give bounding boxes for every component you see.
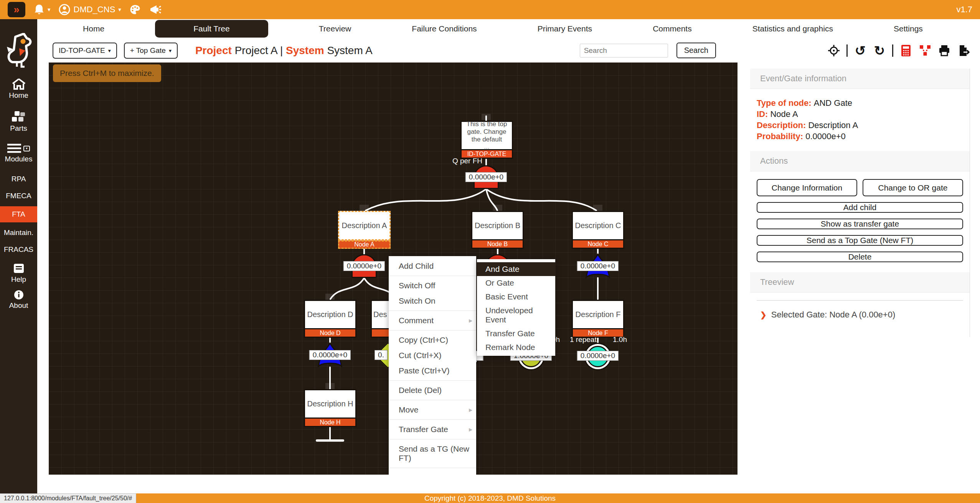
home-icon — [12, 78, 26, 90]
sidebar-item-rpa[interactable]: RPA — [0, 173, 37, 186]
undo-button[interactable]: ↺ — [854, 44, 867, 57]
node-f[interactable]: Description F Node F — [572, 300, 624, 338]
drag-handle[interactable] — [493, 205, 502, 211]
menu-item-delete[interactable]: Delete (Del) — [389, 383, 476, 398]
info-icon — [14, 290, 24, 300]
gate-select-label: ID-TOP-GATE — [59, 46, 105, 55]
tab-primary-events[interactable]: Primary Events — [528, 20, 602, 37]
tab-home[interactable]: Home — [73, 20, 114, 37]
notifications-button[interactable]: ▾ — [33, 3, 51, 16]
user-menu[interactable]: DMD_CNS ▾ — [58, 3, 121, 16]
treeview-divider — [757, 300, 963, 301]
show-as-transfer-gate-button[interactable]: Show as transfer gate — [757, 219, 963, 229]
change-information-button[interactable]: Change Information — [757, 179, 857, 196]
search-button[interactable]: Search — [676, 43, 716, 58]
tab-fault-tree[interactable]: Fault Tree — [155, 20, 268, 38]
user-name: DMD_CNS — [74, 5, 115, 15]
menu-item-cut[interactable]: Cut (Ctrl+X) — [389, 348, 476, 363]
sidebar-item-fta[interactable]: FTA — [0, 206, 37, 222]
menu-item-label: Copy (Ctrl+C) — [399, 335, 448, 345]
modules-caret-icon: ▾ — [23, 146, 30, 151]
sidebar-item-about[interactable]: About — [0, 290, 37, 310]
menu-item-send-as-tg[interactable]: Send as a TG (New FT) — [389, 441, 476, 466]
actions-block: Change Information Change to OR gate Add… — [750, 171, 970, 272]
menu-separator — [389, 380, 476, 381]
sidebar-item-label: About — [9, 301, 28, 310]
change-to-or-gate-button[interactable]: Change to OR gate — [863, 179, 963, 196]
fault-tree-canvas[interactable]: Press Ctrl+M to maximize. This is the to… — [49, 62, 737, 475]
node-id-bar: Node C — [572, 240, 624, 249]
info-panel: Event/Gate information Type of nodeAND G… — [750, 69, 970, 337]
calculate-button[interactable] — [899, 44, 912, 57]
info-field-value: AND Gate — [814, 98, 852, 108]
menu-item-label: Switch Off — [399, 281, 435, 290]
node-b[interactable]: Description B Node B — [471, 211, 524, 249]
menu-item-copy[interactable]: Copy (Ctrl+C) — [389, 332, 476, 348]
submenu-item-and-gate[interactable]: And Gate — [477, 262, 555, 276]
announcements-button[interactable] — [149, 3, 162, 16]
delete-button[interactable]: Delete — [757, 252, 963, 262]
submenu-item-or-gate[interactable]: Or Gate — [477, 276, 555, 290]
drag-handle[interactable] — [482, 114, 491, 120]
drag-handle[interactable] — [593, 205, 602, 211]
info-field-label: Probability — [757, 132, 805, 141]
export-button[interactable] — [957, 44, 970, 57]
node-c[interactable]: Description C Node C — [572, 211, 624, 249]
submenu-item-undeveloped-event[interactable]: Undeveloped Event — [477, 304, 555, 327]
menu-item-see-related-parents[interactable]: See related parents — [389, 470, 476, 475]
drag-handle[interactable] — [325, 294, 335, 300]
menu-item-label: See related parents — [399, 473, 469, 475]
menu-item-switch-off[interactable]: Switch Off — [389, 278, 476, 293]
theme-button[interactable] — [129, 3, 141, 16]
actions-header: Actions — [750, 151, 970, 171]
menu-separator — [389, 276, 476, 276]
probability-chip: 0.0000e+0 — [343, 261, 385, 271]
menu-item-transfer-gate[interactable]: Transfer Gate▸ — [389, 422, 476, 437]
sidebar-item-modules[interactable]: ▾ Modules — [0, 143, 37, 163]
sidebar-item-fmeca[interactable]: FMECA — [0, 189, 37, 202]
node-a[interactable]: Description A Node A — [338, 211, 391, 249]
print-button[interactable] — [938, 44, 951, 57]
menu-item-add-child[interactable]: Add Child — [389, 258, 476, 274]
node-top-gate[interactable]: This is the top gate. Change the default… — [460, 121, 513, 159]
menu-item-comment[interactable]: Comment▸ — [389, 313, 476, 328]
add-top-gate-dropdown[interactable]: + Top Gate ▾ — [124, 43, 178, 59]
gate-select-dropdown[interactable]: ID-TOP-GATE ▾ — [53, 43, 117, 59]
node-d[interactable]: Description D Node D — [304, 300, 356, 338]
tab-failure-conditions[interactable]: Failure Conditions — [402, 20, 487, 37]
drag-handle[interactable] — [325, 383, 335, 389]
sidebar-item-maintain[interactable]: Maintain. — [0, 226, 37, 239]
calculator-icon — [901, 44, 911, 57]
sidebar-item-parts[interactable]: Parts — [0, 110, 37, 133]
user-caret-icon: ▾ — [118, 6, 121, 13]
submenu-item-remark-node[interactable]: Remark Node — [477, 340, 555, 354]
drag-handle[interactable] — [360, 205, 369, 211]
tab-comments[interactable]: Comments — [643, 20, 702, 37]
node-h[interactable]: Description H Node H — [304, 389, 356, 427]
center-view-button[interactable] — [827, 44, 840, 57]
sidebar-item-fracas[interactable]: FRACAS — [0, 243, 37, 256]
gate-info: Type of nodeAND Gate IDNode A Descriptio… — [750, 89, 970, 151]
treeview-selected-gate[interactable]: ❯ Selected Gate: Node A (0.00e+0) — [760, 310, 970, 320]
search-input[interactable] — [580, 44, 668, 58]
submenu-item-basic-event[interactable]: Basic Event — [477, 290, 555, 304]
menu-item-paste[interactable]: Paste (Ctrl+V) — [389, 363, 476, 378]
redo-button[interactable]: ↻ — [873, 44, 886, 57]
sidebar-item-help[interactable]: Help — [0, 263, 37, 284]
expand-icon: » — [13, 4, 19, 16]
submenu-item-transfer-gate[interactable]: Transfer Gate — [477, 327, 555, 340]
sidebar-item-home[interactable]: Home — [0, 78, 37, 100]
menu-item-switch-on[interactable]: Switch On — [389, 293, 476, 309]
sidebar-expand-button[interactable]: » — [8, 2, 25, 17]
tab-treeview[interactable]: Treeview — [309, 20, 361, 37]
tab-statistics[interactable]: Statistics and graphics — [742, 20, 843, 37]
send-as-top-gate-button[interactable]: Send as a Top Gate (New FT) — [757, 235, 963, 246]
add-child-button[interactable]: Add child — [757, 202, 963, 213]
node-description: Description F — [572, 300, 624, 329]
palette-icon — [129, 3, 141, 16]
info-field-value: Description A — [808, 120, 858, 130]
module-tabs: Home Fault Tree Treeview Failure Conditi… — [37, 19, 980, 38]
tab-settings[interactable]: Settings — [884, 20, 933, 37]
menu-item-move[interactable]: Move▸ — [389, 402, 476, 418]
cutsets-button[interactable] — [919, 44, 932, 57]
